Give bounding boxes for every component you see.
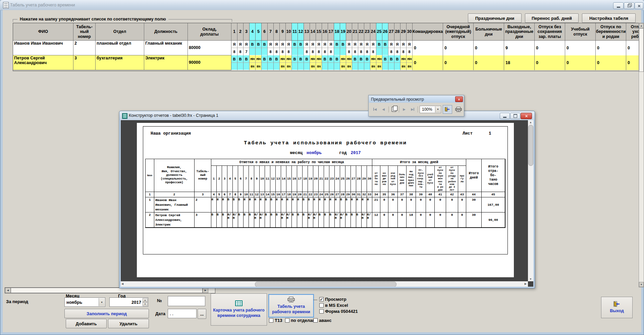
- grid-day-cell[interactable]: Я: [310, 41, 316, 48]
- grid-day-cell[interactable]: В: [334, 55, 340, 63]
- grid-day-cell[interactable]: Я: [268, 41, 273, 48]
- grid-day-cell[interactable]: В: [298, 55, 304, 63]
- grid-day-header[interactable]: 29: [400, 23, 407, 41]
- grid-day-header[interactable]: 14: [310, 23, 316, 41]
- grid-day-cell[interactable]: В: [262, 41, 267, 48]
- grid-day-header[interactable]: 3: [244, 23, 250, 41]
- grid-day-header[interactable]: 27: [388, 23, 394, 41]
- grid-day-header[interactable]: 12: [298, 23, 304, 41]
- grid-day-cell[interactable]: В: [231, 55, 237, 63]
- grid-total-header[interactable]: Командировка: [413, 23, 443, 41]
- grid-hour-cell[interactable]: 8: [286, 48, 291, 55]
- grid-day-cell[interactable]: Я: [322, 41, 328, 48]
- grid-day-cell[interactable]: Я/Н: [376, 55, 382, 63]
- scroll-up-icon[interactable]: ▲: [639, 23, 644, 28]
- grid-hour-cell[interactable]: [256, 48, 261, 55]
- grid-day-cell[interactable]: Я: [358, 41, 364, 48]
- grid-cell-fio[interactable]: Петров Сергей Александрович: [13, 55, 73, 70]
- month-select[interactable]: ноябрь ▼: [64, 297, 105, 307]
- grid-day-header[interactable]: 5: [256, 23, 262, 41]
- checkbox-advance[interactable]: аванс: [313, 318, 331, 323]
- grid-total-cell[interactable]: 18: [504, 55, 535, 70]
- grid-cell-fio[interactable]: Иванов Иван Иванович: [13, 41, 73, 55]
- scroll-left-icon[interactable]: ◀: [121, 282, 123, 285]
- grid-col-header-pos[interactable]: Должность: [144, 23, 188, 41]
- grid-cell-salary[interactable]: 90000: [188, 55, 231, 70]
- grid-day-cell[interactable]: Я: [346, 41, 352, 48]
- scroll-left-icon[interactable]: ◀: [5, 288, 11, 293]
- grid-day-cell[interactable]: В: [334, 41, 340, 48]
- grid-total-header[interactable]: Очередной (ежегодный) отпуск: [443, 23, 474, 41]
- grid-total-cell[interactable]: 0: [596, 55, 626, 70]
- grid-total-cell[interactable]: 0: [535, 55, 565, 70]
- grid-day-cell[interactable]: В: [298, 41, 304, 48]
- grid-hour-cell[interactable]: 8: [268, 48, 273, 55]
- grid-day-header[interactable]: 24: [370, 23, 376, 41]
- grid-day-cell[interactable]: В: [382, 55, 388, 63]
- grid-day-cell[interactable]: Я: [280, 41, 285, 48]
- grid-day-header[interactable]: 21: [352, 23, 358, 41]
- delete-button[interactable]: Удалить: [108, 319, 149, 328]
- grid-hour-cell[interactable]: 8/4: [346, 63, 352, 70]
- grid-day-cell[interactable]: Я/Н: [400, 55, 406, 63]
- grid-cell-pos[interactable]: Электрик: [144, 55, 188, 70]
- designer-vertical-scrollbar[interactable]: ▲ ▼: [528, 120, 533, 281]
- grid-hour-cell[interactable]: [352, 63, 358, 70]
- grid-day-cell[interactable]: В: [304, 55, 310, 63]
- grid-hour-cell[interactable]: [298, 48, 304, 55]
- grid-col-header-salary[interactable]: Оклад, доплаты: [188, 23, 231, 41]
- next-page-button[interactable]: ▶: [401, 106, 408, 113]
- grid-day-cell[interactable]: В: [358, 55, 364, 63]
- checkbox-form-0504421[interactable]: Форма 0504421: [319, 309, 358, 314]
- grid-total-cell[interactable]: 0: [626, 55, 639, 70]
- grid-hour-cell[interactable]: [382, 48, 388, 55]
- grid-hour-cell[interactable]: [382, 63, 388, 70]
- grid-hour-cell[interactable]: [298, 63, 304, 70]
- grid-day-cell[interactable]: Я: [328, 41, 334, 48]
- grid-cell-dept[interactable]: бухгалтерия: [96, 55, 144, 70]
- grid-day-header[interactable]: 6: [262, 23, 268, 41]
- grid-day-header[interactable]: 16: [322, 23, 328, 41]
- spin-up-icon[interactable]: ▲: [143, 298, 148, 302]
- grid-total-cell[interactable]: 0: [474, 41, 504, 55]
- grid-total-cell[interactable]: 0: [443, 55, 474, 70]
- grid-day-cell[interactable]: Я: [400, 41, 406, 48]
- grid-hour-cell[interactable]: [237, 63, 243, 70]
- grid-col-header-fio[interactable]: ФИО: [13, 23, 73, 41]
- grid-day-cell[interactable]: Я/Н: [316, 55, 322, 63]
- grid-day-header[interactable]: 25: [376, 23, 382, 41]
- holidays-button[interactable]: Праздничные дни: [468, 13, 522, 23]
- grid-day-header[interactable]: 17: [328, 23, 334, 41]
- grid-hour-cell[interactable]: 8/4: [376, 63, 382, 70]
- grid-day-cell[interactable]: В: [250, 41, 255, 48]
- close-preview-button[interactable]: [443, 105, 452, 114]
- grid-hour-cell[interactable]: 8/4: [286, 63, 291, 70]
- grid-day-header[interactable]: 23: [364, 23, 370, 41]
- grid-hour-cell[interactable]: [292, 48, 298, 55]
- grid-hour-cell[interactable]: 8: [370, 48, 376, 55]
- grid-day-cell[interactable]: В: [364, 55, 370, 63]
- grid-hour-cell[interactable]: 8/4: [400, 63, 406, 70]
- grid-hour-cell[interactable]: [334, 48, 340, 55]
- checkbox-box[interactable]: [313, 318, 318, 323]
- grid-day-cell[interactable]: Я: [407, 41, 412, 48]
- prev-page-button[interactable]: ◀: [380, 106, 387, 113]
- checkbox-preview[interactable]: ✓Просмотр: [319, 297, 346, 302]
- grid-day-cell[interactable]: В: [322, 55, 328, 63]
- grid-total-cell[interactable]: 0: [565, 41, 596, 55]
- grid-day-cell[interactable]: В: [244, 55, 249, 63]
- grid-day-header[interactable]: 1: [231, 23, 237, 41]
- grid-day-cell[interactable]: Я: [370, 41, 376, 48]
- grid-day-header[interactable]: 10: [286, 23, 292, 41]
- designer-close-button[interactable]: [521, 113, 532, 119]
- grid-hour-cell[interactable]: 8: [280, 48, 285, 55]
- grid-hour-cell[interactable]: 8: [237, 48, 243, 55]
- minimize-button[interactable]: [613, 2, 624, 9]
- pages-button[interactable]: [390, 106, 397, 113]
- grid-day-cell[interactable]: В: [394, 55, 400, 63]
- grid-hour-cell[interactable]: [262, 63, 267, 70]
- grid-hour-cell[interactable]: 8: [388, 48, 394, 55]
- first-page-button[interactable]: ◀: [372, 106, 378, 113]
- preview-close-button[interactable]: x: [455, 96, 463, 102]
- grid-hour-cell[interactable]: 8: [231, 48, 237, 55]
